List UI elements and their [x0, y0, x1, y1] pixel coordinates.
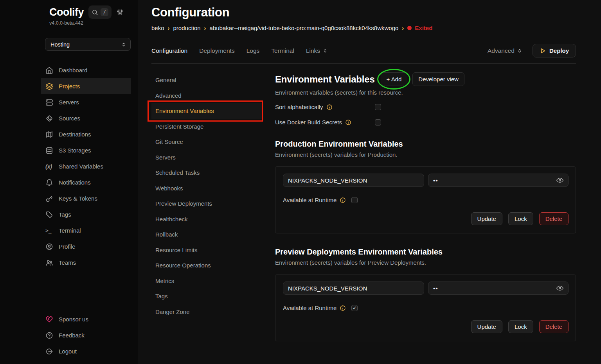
eye-icon[interactable] [556, 284, 564, 292]
breadcrumb-link[interactable]: abubakar--meigag/vid-tube-beko-pro:main-… [210, 25, 399, 31]
tab[interactable]: Logs [247, 47, 260, 54]
preview-section-description: Environment (secrets) variables for Prev… [275, 259, 576, 266]
info-icon[interactable] [340, 197, 346, 203]
sidebar-item[interactable]: Destinations [41, 126, 131, 142]
lock-button[interactable]: Lock [508, 212, 533, 225]
page-title: Configuration [151, 5, 576, 20]
status-badge: Exited [407, 25, 432, 31]
available-at-runtime-checkbox[interactable] [351, 197, 358, 203]
subnav-item-label: Resource Limits [155, 247, 198, 253]
tab[interactable]: Deployments [199, 47, 234, 54]
subnav-item[interactable]: Tags [151, 289, 262, 304]
sidebar-item[interactable]: Notifications [41, 174, 131, 190]
eye-icon[interactable] [556, 176, 564, 184]
info-icon[interactable] [340, 305, 346, 311]
subnav-item[interactable]: Danger Zone [151, 304, 262, 320]
subnav-item[interactable]: Scheduled Tasks [151, 165, 262, 181]
deploy-button[interactable]: Deploy [533, 44, 576, 57]
sidebar-item[interactable]: Sources [41, 110, 131, 126]
sidebar-item[interactable]: Profile [41, 238, 131, 255]
sidebar-footer-item[interactable]: Logout [41, 343, 131, 359]
sidebar-footer-item-label: Sponsor us [59, 316, 88, 323]
breadcrumb-item: abubakar--meigag/vid-tube-beko-pro:main-… [210, 25, 404, 31]
sidebar-item-label: Projects [59, 83, 80, 90]
add-button[interactable]: + Add [381, 72, 408, 86]
developer-view-button[interactable]: Developer view [412, 72, 464, 86]
subnav-item[interactable]: Webhooks [151, 181, 262, 196]
delete-button[interactable]: Delete [539, 320, 569, 333]
production-variable-card: NIXPACKS_NODE_VERSION •• Available at Ru… [275, 166, 576, 233]
subnav-item[interactable]: Healthcheck [151, 212, 262, 227]
available-at-runtime-checkbox[interactable] [351, 305, 358, 311]
subnav-item-label: Git Source [155, 138, 183, 145]
advanced-select[interactable]: Advanced [488, 47, 522, 54]
sidebar-item[interactable]: Keys & Tokens [41, 190, 131, 206]
sidebar-item[interactable]: Teams [41, 255, 131, 271]
sidebar-item[interactable]: Dashboard [41, 62, 131, 78]
subnav-item[interactable]: Environment Variables [151, 103, 262, 119]
breadcrumb-items: beko › production › abubakar--meigag/vid… [151, 25, 404, 31]
sidebar-item[interactable]: S3 Storages [41, 142, 131, 158]
preview-variable-card: NIXPACKS_NODE_VERSION •• Available at Ru… [275, 274, 576, 341]
subnav-item[interactable]: Resource Limits [151, 242, 262, 258]
logout-icon [45, 348, 53, 355]
update-button[interactable]: Update [471, 212, 502, 225]
subnav-item[interactable]: Advanced [151, 88, 262, 104]
bell-icon [45, 179, 53, 186]
subnav-item[interactable]: General [151, 72, 262, 88]
subnav-item[interactable]: Rollback [151, 227, 262, 242]
sliders-icon[interactable] [116, 9, 124, 16]
sidebar-item[interactable]: >_ Terminal [41, 222, 131, 238]
tab-label: Configuration [151, 47, 187, 54]
tab[interactable]: Links [306, 47, 328, 54]
team-select[interactable]: Hosting [45, 38, 131, 51]
sidebar-item[interactable]: Projects [41, 78, 131, 94]
chevron-right-icon: › [402, 25, 404, 31]
breadcrumb-link[interactable]: production [173, 25, 201, 31]
tab[interactable]: Terminal [271, 47, 294, 54]
delete-button[interactable]: Delete [539, 212, 569, 225]
docker-build-secrets-checkbox[interactable] [375, 119, 381, 126]
breadcrumb-link[interactable]: beko [151, 25, 164, 31]
tab[interactable]: Configuration [151, 47, 187, 54]
sidebar-item-label: Shared Variables [59, 163, 103, 170]
subnav-item[interactable]: Preview Deployments [151, 196, 262, 212]
update-button[interactable]: Update [471, 320, 502, 333]
search-button[interactable]: / [88, 5, 112, 19]
search-icon [92, 9, 98, 16]
tab-label: Deployments [199, 47, 234, 54]
sidebar-footer: Sponsor us Feedback Logout [41, 311, 131, 360]
subnav-item[interactable]: Persistent Storage [151, 119, 262, 134]
production-section-description: Environment (secrets) variables for Prod… [275, 151, 576, 158]
sidebar-item[interactable]: Servers [41, 94, 131, 110]
info-icon[interactable] [326, 104, 333, 110]
lock-button[interactable]: Lock [508, 320, 533, 333]
info-icon[interactable] [345, 119, 351, 126]
sidebar-footer-item[interactable]: Sponsor us [41, 311, 131, 327]
sort-alphabetically-checkbox[interactable] [375, 104, 381, 110]
main-area: Configuration beko › production › abubak… [138, 0, 601, 364]
subnav-item[interactable]: Servers [151, 150, 262, 165]
sidebar-item[interactable]: (x) Shared Variables [41, 158, 131, 174]
chevron-right-icon: › [204, 25, 206, 31]
home-icon [45, 66, 53, 74]
subnav-item[interactable]: Git Source [151, 134, 262, 150]
database-icon [45, 147, 53, 154]
sidebar-item-label: Destinations [59, 131, 91, 138]
preview-section-title: Preview Deployments Environment Variable… [275, 247, 576, 256]
subnav-item[interactable]: Metrics [151, 273, 262, 289]
users-icon [45, 259, 53, 267]
git-source-icon [45, 115, 53, 122]
variable-value-input[interactable]: •• [428, 174, 569, 187]
sidebar-footer-item[interactable]: Feedback [41, 327, 131, 343]
tabbar-right: Advanced Deploy [488, 44, 576, 57]
variable-name-input[interactable]: NIXPACKS_NODE_VERSION [283, 174, 424, 187]
variable-name-input[interactable]: NIXPACKS_NODE_VERSION [283, 282, 424, 295]
sidebar-item[interactable]: Tags [41, 206, 131, 222]
variable-value-input[interactable]: •• [428, 282, 569, 295]
tabbar: Configuration Deployments Logs Terminal … [151, 44, 576, 64]
subnav-item[interactable]: Resource Operations [151, 258, 262, 273]
docker-build-secrets-label: Use Docker Build Secrets [275, 119, 342, 126]
subnav-item-label: Metrics [155, 278, 174, 284]
map-icon [45, 131, 53, 138]
